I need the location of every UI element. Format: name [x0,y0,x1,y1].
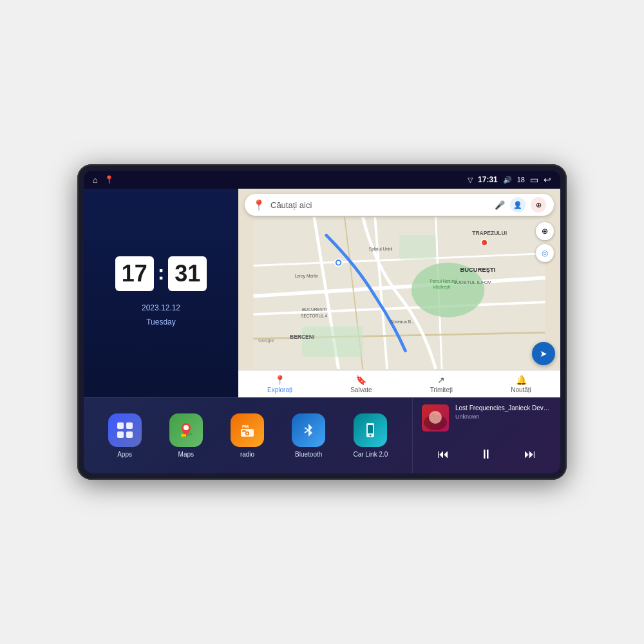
news-icon: 🔔 [516,375,527,385]
svg-rect-33 [187,433,192,435]
bluetooth-label: Bluetooth [295,451,322,458]
maps-app-icon [169,413,203,447]
app-item-carlink[interactable]: Car Link 2.0 [353,413,388,458]
clock-display: 17 : 31 [115,256,207,291]
svg-point-47 [431,413,435,417]
carlink-phone-icon [361,421,379,439]
map-search-bar[interactable]: 📍 Căutați aici 🎤 👤 ⊕ [245,194,554,216]
svg-point-31 [184,425,189,430]
clock-day: Tuesday [142,316,180,330]
app-item-bluetooth[interactable]: Bluetooth [292,413,325,458]
carlink-label: Car Link 2.0 [353,451,388,458]
bluetooth-app-icon [292,413,325,447]
status-left-icons: ⌂ 📍 [93,175,114,185]
svg-line-40 [305,430,308,433]
navigate-button[interactable]: ➤ [532,342,555,365]
svg-point-25 [481,240,487,245]
radio-wave-icon: FM [238,421,256,439]
device: ⌂ 📍 ▽ 17:31 🔊 18 ▭ ↩ 17 : [77,164,567,480]
clock-date-value: 2023.12.12 [142,301,180,316]
music-controls: ⏮ ⏸ ⏭ [422,442,551,467]
svg-text:Văcărești: Văcărești [433,285,451,290]
app-item-radio[interactable]: FM radio [231,413,264,458]
explore-label: Explorați [267,386,292,393]
music-top: Lost Frequencies_Janieck Devy-... Unknow… [422,404,551,431]
svg-rect-37 [242,430,246,432]
apps-panel: Apps Maps [84,397,412,473]
svg-text:BERCENI: BERCENI [290,334,314,340]
svg-point-46 [429,411,442,424]
top-section: 17 : 31 2023.12.12 Tuesday 📍 Căutați aic… [84,189,560,397]
svg-rect-10 [302,327,363,357]
home-icon[interactable]: ⌂ [93,175,98,185]
app-item-maps[interactable]: Maps [169,413,203,458]
svg-text:SECTORUL 4: SECTORUL 4 [301,314,327,318]
clock-panel: 17 : 31 2023.12.12 Tuesday [84,189,238,397]
apps-label: Apps [117,451,132,458]
locate-button[interactable]: ◎ [536,244,554,262]
svg-text:TRAPEZULUI: TRAPEZULUI [472,230,507,236]
news-label: Noutăți [511,386,531,393]
map-nav-saved[interactable]: 🔖 Salvate [350,375,372,393]
svg-rect-29 [117,431,124,438]
maps-pin-icon [177,421,195,439]
saved-icon: 🔖 [355,375,366,385]
signal-icon: ▽ [468,176,473,184]
svg-rect-32 [181,434,186,437]
account-icon[interactable]: 👤 [510,197,526,213]
svg-text:Leroy Merlin: Leroy Merlin [295,274,319,279]
main-content: 17 : 31 2023.12.12 Tuesday 📍 Căutați aic… [84,189,560,473]
volume-icon: 🔊 [503,176,512,184]
apps-grid-icon [116,421,134,439]
music-thumbnail [422,404,449,431]
volume-level: 18 [517,176,525,184]
map-nav-news[interactable]: 🔔 Noutăți [511,375,531,393]
send-label: Trimiteți [430,386,453,393]
svg-text:BUCUREȘTI: BUCUREȘTI [302,307,327,312]
voice-search-icon[interactable]: 🎤 [495,200,505,210]
svg-text:Splaiul Unirii: Splaiul Unirii [369,247,393,252]
play-pause-button[interactable]: ⏸ [475,444,498,464]
music-panel: Lost Frequencies_Janieck Devy-... Unknow… [412,397,560,473]
svg-text:BUCUREȘTI: BUCUREȘTI [460,266,495,273]
svg-point-43 [370,435,372,437]
clock-hours: 17 [115,256,154,291]
explore-icon: 📍 [274,375,285,385]
send-icon: ↗ [437,375,445,385]
svg-text:JUDEȚUL ILFOV: JUDEȚUL ILFOV [454,279,491,285]
map-search-text[interactable]: Căutați aici [270,200,489,210]
layers-icon[interactable]: ⊕ [531,197,546,213]
prev-track-button[interactable]: ⏮ [432,445,454,464]
svg-text:Soseaua B...: Soseaua B... [390,319,415,324]
map-pin-icon: 📍 [252,199,265,211]
status-bar: ⌂ 📍 ▽ 17:31 🔊 18 ▭ ↩ [84,171,560,189]
screen: ⌂ 📍 ▽ 17:31 🔊 18 ▭ ↩ 17 : [84,171,560,473]
back-icon[interactable]: ↩ [544,175,551,185]
app-item-apps[interactable]: Apps [108,413,142,458]
maps-status-icon[interactable]: 📍 [104,175,114,184]
svg-rect-28 [126,422,133,429]
svg-rect-30 [126,431,133,438]
map-nav-explore[interactable]: 📍 Explorați [267,375,292,393]
music-title: Lost Frequencies_Janieck Devy-... [455,404,551,412]
music-artist: Unknown [455,413,551,420]
carlink-app-icon [354,413,387,447]
next-track-button[interactable]: ⏭ [519,445,541,464]
radio-app-icon: FM [231,413,264,447]
bottom-section: Apps Maps [84,397,560,473]
battery-icon: ▭ [530,175,538,185]
radio-label: radio [240,451,254,458]
svg-text:Parcul Natural: Parcul Natural [430,279,457,283]
clock-minutes: 31 [168,256,207,291]
bluetooth-symbol-icon [299,421,317,439]
svg-rect-27 [117,422,124,429]
map-search-actions: 🎤 👤 ⊕ [495,197,546,213]
clock-date: 2023.12.12 Tuesday [142,301,180,329]
map-panel[interactable]: 📍 Căutați aici 🎤 👤 ⊕ [238,189,560,397]
apps-app-icon [108,413,142,447]
clock-colon: : [158,261,165,285]
compass-icon[interactable]: ⊕ [536,222,554,240]
map-nav-send[interactable]: ↗ Trimiteți [430,375,453,393]
album-art [422,404,449,431]
map-bottom-nav: 📍 Explorați 🔖 Salvate ↗ Trimiteți 🔔 [238,370,560,397]
